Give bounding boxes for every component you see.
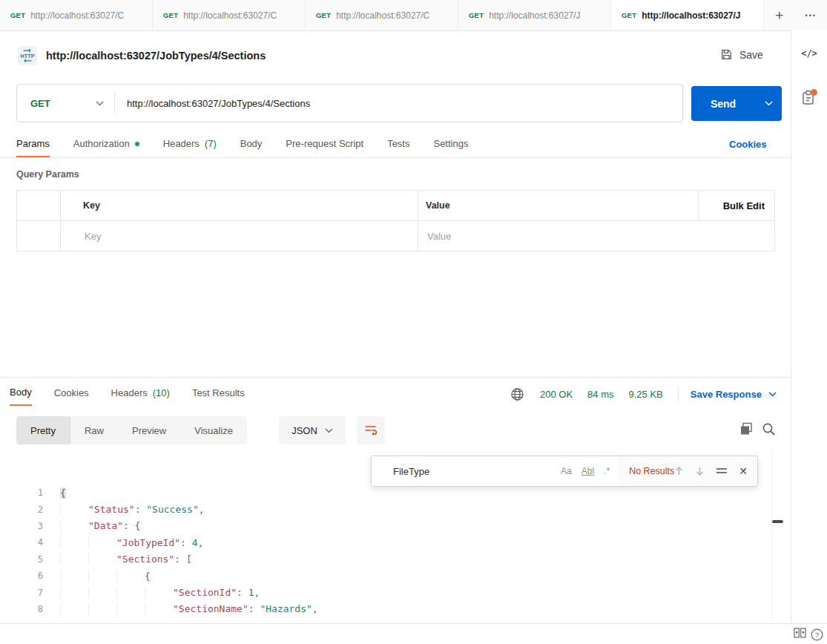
scrollbar-thumb[interactable] <box>772 520 783 523</box>
code-content: "Sections": [ <box>60 553 192 565</box>
status-code[interactable]: 200 OK <box>540 389 573 400</box>
response-body-viewer[interactable]: 1{2"Status": "Success",3"Data": {4"JobTy… <box>0 484 771 617</box>
find-previous-icon[interactable] <box>674 466 684 476</box>
row-drag-handle[interactable] <box>17 221 60 251</box>
tab-settings[interactable]: Settings <box>433 135 468 156</box>
notification-dot <box>811 89 817 96</box>
key-column-header: Key <box>60 191 418 220</box>
split-panes-icon[interactable] <box>794 628 806 641</box>
code-content: "SectionName": "Hazards", <box>60 603 318 614</box>
request-tab-1[interactable]: GEThttp://localhost:63027/C <box>0 0 153 30</box>
method-label: GET <box>30 98 96 109</box>
indent-guide <box>60 587 88 598</box>
network-globe-icon[interactable] <box>510 387 524 401</box>
line-number: 8 <box>0 604 43 614</box>
request-tab-4[interactable]: GEThttp://localhost:63027/J <box>458 0 611 30</box>
view-pretty[interactable]: Pretty <box>16 416 70 444</box>
save-response-label: Save Response <box>691 389 762 400</box>
divider <box>771 448 772 624</box>
copy-response-button[interactable] <box>739 422 754 439</box>
indent-guide <box>116 571 145 582</box>
regex-toggle[interactable]: .* <box>604 466 610 476</box>
http-request-icon: HTTP <box>18 46 37 65</box>
line-number: 6 <box>0 571 43 581</box>
row-select-column <box>17 191 60 220</box>
indent-guide <box>116 587 145 598</box>
tab-params[interactable]: Params <box>16 135 50 157</box>
bulk-edit-button[interactable]: Bulk Edit <box>723 200 765 211</box>
find-close-icon[interactable]: ✕ <box>739 465 748 477</box>
tab-pre-request-script[interactable]: Pre-request Script <box>286 135 363 156</box>
find-options-icon[interactable] <box>716 467 728 476</box>
json-token: 4 <box>192 537 198 548</box>
tab-options-icon[interactable]: ••• <box>795 0 827 30</box>
save-label: Save <box>739 49 763 61</box>
help-icon[interactable]: ? <box>811 628 823 644</box>
code-line: 5"Sections": [ <box>0 551 771 568</box>
tab-label: Headers <box>111 387 148 398</box>
response-splitter[interactable] <box>0 377 791 378</box>
indent-guide <box>88 553 116 565</box>
code-content: "JobTypeId": 4, <box>60 537 203 548</box>
response-time[interactable]: 84 ms <box>587 389 613 400</box>
view-raw[interactable]: Raw <box>70 416 118 444</box>
tab-url-label: http://localhost:63027/C <box>336 10 447 21</box>
save-button[interactable]: Save <box>720 48 763 61</box>
json-token: "Data" <box>88 520 123 531</box>
response-tab-cookies[interactable]: Cookies <box>54 384 89 406</box>
indent-guide <box>60 520 88 531</box>
json-token: : { <box>123 520 140 531</box>
line-number: 1 <box>0 487 43 498</box>
response-tab-test-results[interactable]: Test Results <box>192 384 245 406</box>
request-tab-2[interactable]: GEThttp://localhost:63027/C <box>153 0 306 30</box>
save-response-button[interactable]: Save Response <box>691 389 777 400</box>
json-token: "JobTypeId" <box>116 537 180 548</box>
match-case-toggle[interactable]: Aa <box>561 466 572 476</box>
wrap-text-button[interactable] <box>357 416 385 444</box>
find-input[interactable] <box>372 465 561 478</box>
format-dropdown[interactable]: JSON <box>279 416 346 444</box>
auth-set-dot <box>135 142 139 146</box>
response-tab-body[interactable]: Body <box>10 384 32 406</box>
open-request-tabs: GEThttp://localhost:63027/CGEThttp://loc… <box>0 0 764 30</box>
tab-tests[interactable]: Tests <box>387 135 409 156</box>
comments-icon[interactable] <box>800 88 818 111</box>
tab-label: Cookies <box>54 387 89 398</box>
chevron-down-icon <box>768 392 777 397</box>
whole-word-toggle[interactable]: Abl <box>581 466 594 476</box>
tab-headers[interactable]: Headers(7) <box>163 135 217 156</box>
search-response-button[interactable] <box>762 422 776 439</box>
indent-guide <box>88 537 116 548</box>
send-label[interactable]: Send <box>691 86 755 121</box>
tab-url-label: http://localhost:63027/C <box>30 10 142 21</box>
code-line: 2"Status": "Success", <box>0 501 771 517</box>
tab-label: Settings <box>433 138 468 149</box>
tab-authorization[interactable]: Authorization <box>73 135 139 156</box>
send-button[interactable]: Send <box>691 86 782 121</box>
query-params-empty-row <box>17 221 774 251</box>
json-token: : <box>248 603 260 614</box>
find-next-icon[interactable] <box>695 466 705 476</box>
url-input[interactable] <box>115 85 682 122</box>
json-token: { <box>60 487 66 499</box>
cookies-link[interactable]: Cookies <box>729 139 767 150</box>
request-tab-strip: GEThttp://localhost:63027/CGEThttp://loc… <box>0 0 827 31</box>
send-options-chevron[interactable] <box>755 86 782 121</box>
method-dropdown[interactable]: GET <box>17 85 114 122</box>
chevron-down-icon <box>325 428 333 433</box>
response-tab-headers[interactable]: Headers(10) <box>111 384 170 406</box>
tab-body[interactable]: Body <box>240 135 263 156</box>
view-visualize[interactable]: Visualize <box>180 416 247 444</box>
request-tab-3[interactable]: GEThttp://localhost:63027/C <box>306 0 458 30</box>
response-section-tabs: BodyCookiesHeaders(10)Test Results <box>10 384 245 406</box>
format-label: JSON <box>291 425 317 436</box>
view-preview[interactable]: Preview <box>118 416 180 444</box>
param-key-input[interactable] <box>83 230 387 243</box>
code-snippet-icon[interactable]: </> <box>801 48 817 59</box>
json-token: , <box>312 603 318 614</box>
param-value-input[interactable] <box>426 230 673 243</box>
json-token: : [ <box>174 553 191 565</box>
new-tab-button[interactable]: + <box>764 0 795 30</box>
request-tab-5[interactable]: GEThttp://localhost:63027/J <box>611 0 764 30</box>
response-size[interactable]: 9.25 KB <box>629 389 663 400</box>
